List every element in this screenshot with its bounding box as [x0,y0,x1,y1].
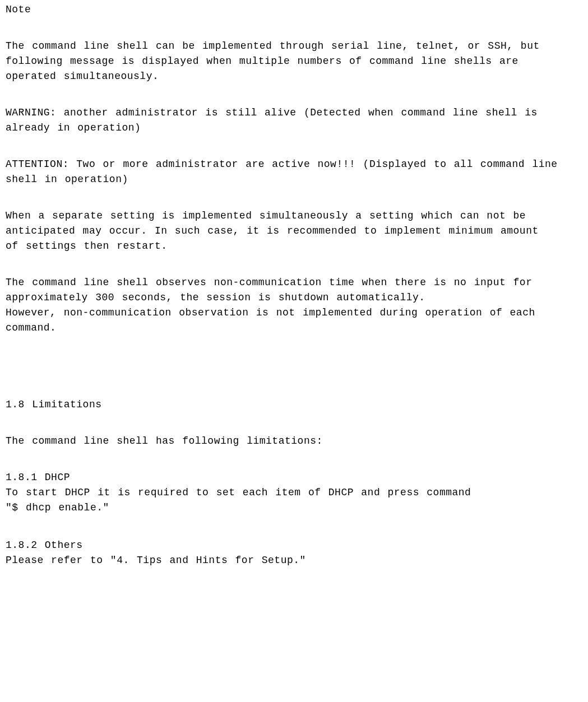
paragraph-attention: ATTENTION: Two or more administrator are… [6,157,582,187]
note-label: Note [6,2,582,17]
text-line: shell in operation) [6,172,582,187]
paragraph-settings: When a separate setting is implemented s… [6,208,582,254]
section-1-8-heading: 1.8 Limitations [6,397,582,412]
section-spacer [6,336,582,397]
text-line: of settings then restart. [6,239,582,254]
text-line: The command line shell observes non-comm… [6,275,582,290]
text-line: However, non-communication observation i… [6,305,582,320]
section-1-8-1: 1.8.1 DHCP To start DHCP it is required … [6,470,582,515]
text-line: WARNING: another administrator is still … [6,105,582,120]
heading-text: 1.8 Limitations [6,397,582,412]
text-line: approximately 300 seconds, the session i… [6,290,582,305]
text-line: "$ dhcp enable." [6,500,582,515]
text-line: The command line shell can be implemente… [6,39,582,54]
section-1-8-intro: The command line shell has following lim… [6,434,582,449]
paragraph-timeout: The command line shell observes non-comm… [6,275,582,336]
text-line: ATTENTION: Two or more administrator are… [6,157,582,172]
text-line: following message is displayed when mult… [6,54,582,69]
subheading-text: 1.8.1 DHCP [6,470,582,485]
note-heading: Note [6,2,582,17]
section-1-8-2: 1.8.2 Others Please refer to "4. Tips an… [6,538,582,568]
text-line: already in operation) [6,120,582,136]
subheading-text: 1.8.2 Others [6,538,582,553]
text-line: The command line shell has following lim… [6,434,582,449]
text-line: To start DHCP it is required to set each… [6,485,582,500]
text-line: operated simultaneously. [6,69,582,84]
text-line: anticipated may occur. In such case, it … [6,224,582,239]
text-line: Please refer to "4. Tips and Hints for S… [6,553,582,568]
paragraph-1: The command line shell can be implemente… [6,39,582,84]
text-line: When a separate setting is implemented s… [6,208,582,224]
subsection-spacer [6,515,582,538]
text-line: command. [6,320,582,336]
paragraph-warning: WARNING: another administrator is still … [6,105,582,136]
